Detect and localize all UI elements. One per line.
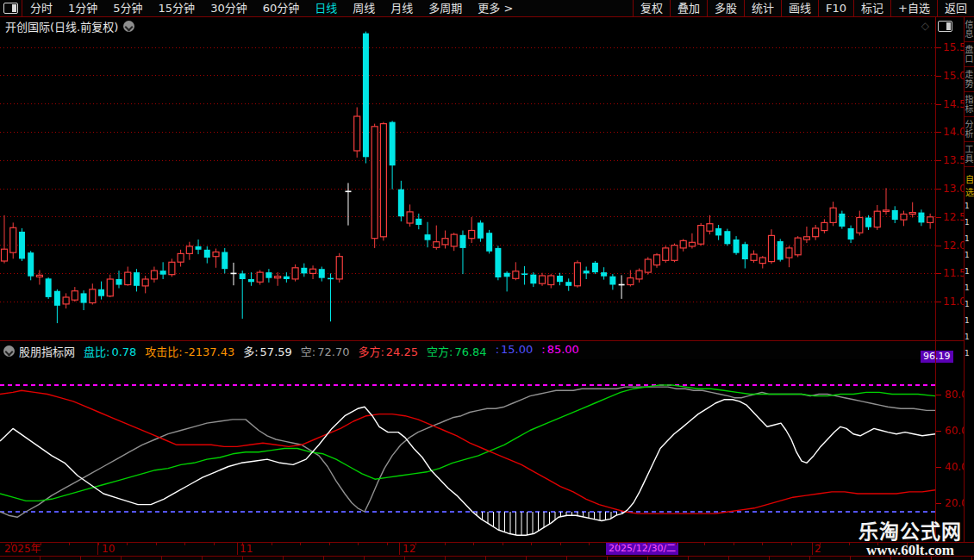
date-tick	[734, 543, 734, 545]
right-sidebar-vertical-tabs: 信息盘口走势指标分析工具自选1 1 1 1 1 1 1 1 1 1	[964, 17, 974, 542]
period-item-7[interactable]: 周线	[345, 0, 383, 16]
date-tick	[127, 543, 128, 545]
date-tick	[503, 543, 503, 545]
indicator-tick	[936, 431, 941, 432]
price-tick	[936, 76, 941, 77]
sidebar-tab-2[interactable]: 走势	[965, 67, 974, 92]
bottom-bar-cell[interactable]	[162, 557, 203, 560]
period-item-10[interactable]: 更多 >	[470, 0, 521, 16]
bottom-bar-cell[interactable]	[324, 557, 365, 560]
date-tick	[704, 543, 705, 545]
bottom-toolbar-clipped[interactable]	[0, 556, 974, 560]
date-tick	[329, 543, 330, 545]
date-tick	[531, 543, 532, 545]
date-tick	[272, 543, 272, 545]
chevron-down-icon[interactable]	[3, 345, 15, 357]
period-item-1[interactable]: 1分钟	[60, 0, 105, 16]
period-item-6[interactable]: 日线	[307, 0, 345, 16]
tool-item-1[interactable]: 叠加	[670, 0, 707, 16]
chevron-down-icon[interactable]	[123, 21, 134, 32]
tool-item-7[interactable]: +自选	[890, 0, 937, 16]
bottom-bar-cell[interactable]	[243, 557, 284, 560]
bottom-bar-cell[interactable]	[527, 557, 567, 560]
sidebar-tab-accent[interactable]: 自选	[965, 172, 974, 198]
period-item-2[interactable]: 5分钟	[105, 0, 150, 16]
price-tick	[936, 302, 941, 302]
diamond-icon[interactable]: ◇	[921, 20, 929, 32]
date-tick	[300, 543, 301, 545]
sidebar-tab-5[interactable]: 工具	[965, 142, 974, 167]
watermark: 乐淘公式网 www.60lt.com	[858, 521, 962, 558]
period-item-8[interactable]: 月线	[383, 0, 421, 16]
price-tick	[936, 160, 941, 161]
price-tick	[936, 47, 941, 48]
date-axis-label: 2025年	[4, 544, 41, 554]
layout-toggle-icon[interactable]	[3, 3, 18, 14]
date-axis-label: 10	[102, 544, 115, 554]
indicator-params: 盘比:0.78攻击比:-2137.43多:57.59空:72.70多方:24.2…	[75, 343, 579, 359]
date-axis-label: 11	[240, 544, 253, 554]
indicator-param-1: 攻击比:-2137.43	[145, 343, 234, 359]
bottom-bar-cell[interactable]	[648, 557, 689, 560]
date-tick	[762, 543, 763, 545]
bottom-bar-cell[interactable]	[689, 557, 729, 560]
bottom-bar-cell[interactable]	[122, 557, 162, 560]
date-tick	[589, 543, 590, 545]
period-item-0[interactable]: 分时	[22, 0, 60, 16]
bottom-bar-cell[interactable]	[486, 557, 527, 560]
price-tick	[936, 217, 941, 218]
date-tick	[69, 543, 70, 545]
date-tick	[473, 543, 474, 545]
tool-item-4[interactable]: 画线	[781, 0, 818, 16]
sidebar-tab-3[interactable]: 指标	[965, 92, 974, 117]
bottom-bar-cell[interactable]	[365, 557, 405, 560]
bottom-bar-cell[interactable]	[284, 557, 324, 560]
period-item-9[interactable]: 多周期	[421, 0, 470, 16]
bottom-bar-cell[interactable]	[203, 557, 243, 560]
bottom-bar-cell[interactable]	[81, 557, 122, 560]
bottom-bar-cell[interactable]	[405, 557, 446, 560]
price-tick	[936, 104, 941, 105]
tool-item-5[interactable]: F10	[818, 0, 853, 16]
tool-item-0[interactable]: 复权	[633, 0, 670, 16]
indicator-param-6: :15.00	[496, 343, 534, 359]
date-tick	[560, 543, 561, 545]
sidebar-tab-4[interactable]: 分析	[965, 117, 974, 142]
tool-item-3[interactable]: 统计	[744, 0, 781, 16]
indicator-header: 股朋指标网 盘比:0.78攻击比:-2137.43多:57.59空:72.70多…	[0, 342, 935, 359]
period-menu: 分时1分钟5分钟15分钟30分钟60分钟日线周线月线多周期更多 >	[22, 0, 521, 16]
bottom-bar-cell[interactable]	[567, 557, 608, 560]
bottom-bar-cell[interactable]	[41, 557, 81, 560]
bottom-bar-cell[interactable]	[770, 557, 810, 560]
bottom-bar-cell[interactable]	[0, 557, 41, 560]
period-item-4[interactable]: 30分钟	[203, 0, 255, 16]
sidebar-tab-0[interactable]: 信息	[965, 17, 974, 42]
candlestick-chart[interactable]	[0, 31, 935, 338]
date-axis-label: 12	[403, 544, 415, 554]
indicator-param-3: 空:72.70	[301, 343, 350, 359]
tool-item-2[interactable]: 多股	[707, 0, 744, 16]
bottom-bar-cell[interactable]	[729, 557, 770, 560]
period-item-5[interactable]: 60分钟	[255, 0, 308, 16]
indicator-param-2: 多:57.59	[243, 343, 292, 359]
indicator-line-chart[interactable]	[0, 360, 935, 543]
date-axis-label: 2	[815, 544, 821, 554]
axis-line	[935, 17, 936, 556]
bottom-bar-cell[interactable]	[446, 557, 486, 560]
date-tick	[214, 543, 215, 545]
date-separator	[399, 543, 400, 555]
bottom-bar-cell[interactable]	[608, 557, 648, 560]
watermark-site-name: 乐淘公式网	[858, 521, 962, 543]
date-tick	[791, 543, 792, 545]
tool-item-8[interactable]: 返回	[937, 0, 974, 16]
period-item-3[interactable]: 15分钟	[151, 0, 203, 16]
date-tick	[184, 543, 185, 545]
date-axis-top-border	[0, 542, 974, 543]
bottom-bar-cell[interactable]	[810, 557, 851, 560]
date-separator	[97, 543, 98, 555]
indicator-param-5: 空方:76.84	[427, 343, 487, 359]
watermark-url: www.60lt.com	[858, 543, 962, 558]
sidebar-tab-1[interactable]: 盘口	[965, 42, 974, 67]
indicator-param-0: 盘比:0.78	[84, 343, 136, 359]
tool-item-6[interactable]: 标记	[853, 0, 890, 16]
